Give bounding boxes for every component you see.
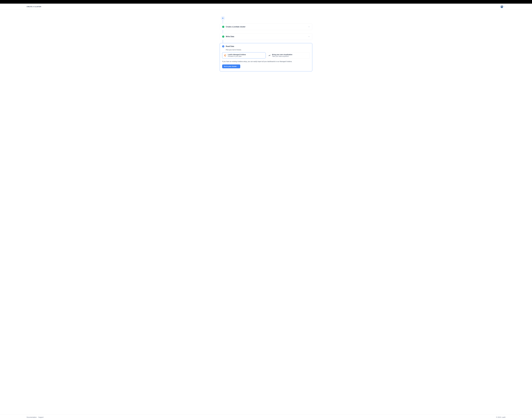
grafana-icon [224,54,227,57]
step-read-data: 3 Read Data Pick your tool of choice. [220,43,312,71]
step-title: Read Data [226,45,234,47]
option-subtitle: Take your data anywhere [272,55,292,57]
step-title: Write Data [226,36,234,38]
step-header: Create a Levitate cluster [222,26,245,28]
step-badge-number: 3 [222,45,224,47]
option-title: Last9's Managed Grafana [228,54,246,55]
option-grid: Last9's Managed Grafana Included in your… [222,52,310,59]
step-badge-done [222,35,224,38]
step-badge-done [222,26,224,28]
avatar [500,5,503,8]
chart-line-icon [268,54,271,57]
chevron-down-icon[interactable] [308,26,310,28]
step-header: Write Data [222,35,234,38]
bolt-icon [222,17,224,19]
go-to-cluster-button[interactable]: Go to your cluster → [222,64,240,68]
bolt-badge [221,16,225,20]
option-text: Last9's Managed Grafana Included in your… [228,54,246,57]
step-subtitle: Pick your tool of choice. [226,49,310,51]
user-menu[interactable] [500,5,528,8]
step-write-data[interactable]: Write Data [220,33,312,40]
step-create-cluster[interactable]: Create a Levitate cluster [220,24,312,30]
option-title: Bring your own visualization [272,54,292,55]
option-text: Bring your own visualization Take your d… [272,54,292,57]
option-byo-visualization[interactable]: Bring your own visualization Take your d… [266,52,310,59]
page-title: CREATE A CLUSTER [4,6,41,7]
chevron-down-icon [504,6,505,7]
header: CREATE A CLUSTER [0,4,532,10]
check-icon [223,36,224,37]
main-content: Create a Levitate cluster Write Data [220,10,312,78]
chevron-down-icon[interactable] [308,36,310,37]
step-body: Pick your tool of choice. Last9's Manage… [226,49,310,68]
step-header: 3 Read Data [222,45,310,47]
timeline: Create a Levitate cluster Write Data [220,16,312,71]
browser-chrome [0,0,532,4]
button-label: Go to your cluster → [224,65,239,67]
option-managed-grafana[interactable]: Last9's Managed Grafana Included in your… [222,52,266,59]
step-title: Create a Levitate cluster [226,26,245,28]
info-text: If you have an existing Grafana setup, y… [222,61,310,62]
check-icon [223,26,224,28]
option-subtitle: Included in your plan [228,55,246,57]
